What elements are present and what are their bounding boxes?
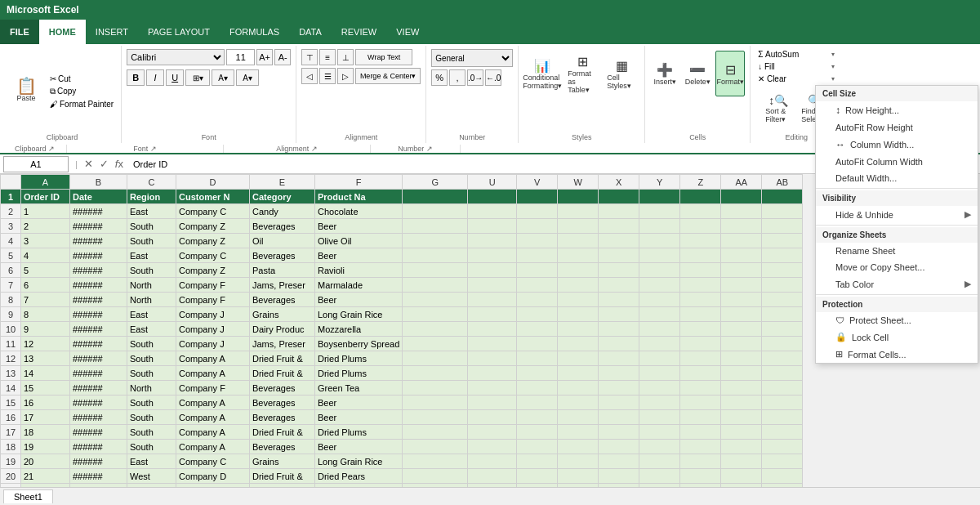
cell-A11[interactable]: 12	[21, 337, 70, 351]
cell-I4[interactable]	[517, 234, 558, 248]
cell-B15[interactable]: ######	[70, 396, 127, 410]
cell-K2[interactable]	[599, 204, 639, 219]
row-num-6[interactable]: 6	[1, 263, 21, 278]
cell-N5[interactable]	[721, 248, 762, 263]
cell-I2[interactable]	[517, 204, 558, 219]
italic-button[interactable]: I	[146, 69, 164, 86]
cell-C1[interactable]: Region	[127, 190, 176, 204]
cell-A16[interactable]: 17	[21, 410, 70, 425]
cell-E11[interactable]: Jams, Preser	[250, 337, 315, 351]
cell-I20[interactable]	[517, 469, 558, 484]
align-left-button[interactable]: ◁	[301, 68, 318, 84]
comma-button[interactable]: ,	[449, 69, 466, 86]
cell-F4[interactable]: Olive Oil	[315, 234, 403, 248]
cell-F2[interactable]: Chocolate	[315, 204, 403, 219]
cell-G14[interactable]	[403, 381, 468, 396]
protect-sheet-item[interactable]: 🛡 Protect Sheet...	[816, 312, 978, 328]
cell-D11[interactable]: Company J	[176, 337, 250, 351]
cell-O2[interactable]	[762, 204, 803, 219]
conditional-formatting-button[interactable]: 📊 Conditional Formatting▾	[523, 51, 561, 96]
align-top-button[interactable]: ⊤	[301, 49, 318, 65]
row-num[interactable]: 1	[1, 190, 21, 204]
increase-font-button[interactable]: A+	[256, 49, 273, 65]
cell-AB1[interactable]	[762, 190, 803, 204]
cell-U1[interactable]	[468, 190, 517, 204]
cell-C8[interactable]: North	[127, 293, 176, 307]
cell-F1[interactable]: Product Na	[315, 190, 403, 204]
align-middle-button[interactable]: ≡	[319, 49, 336, 65]
cell-E14[interactable]: Beverages	[250, 381, 315, 396]
cell-B3[interactable]: ######	[70, 219, 127, 234]
cell-G16[interactable]	[403, 410, 468, 425]
cell-E1[interactable]: Category	[250, 190, 315, 204]
cell-G8[interactable]	[403, 293, 468, 307]
row-num-20[interactable]: 20	[1, 469, 21, 484]
cell-G20[interactable]	[403, 469, 468, 484]
cell-A12[interactable]: 13	[21, 351, 70, 366]
cell-L4[interactable]	[639, 234, 680, 248]
clear-button[interactable]: ✕ Clear▾	[755, 74, 837, 84]
cell-M3[interactable]	[680, 219, 721, 234]
cell-J13[interactable]	[558, 366, 599, 381]
percent-button[interactable]: %	[431, 69, 448, 86]
cell-N19[interactable]	[721, 454, 762, 469]
row-num-17[interactable]: 17	[1, 425, 21, 440]
number-format-select[interactable]: General	[431, 49, 513, 67]
cell-H9[interactable]	[468, 307, 517, 322]
cell-L19[interactable]	[639, 454, 680, 469]
cell-G12[interactable]	[403, 351, 468, 366]
cell-J5[interactable]	[558, 248, 599, 263]
cell-K18[interactable]	[599, 440, 639, 454]
cell-B1[interactable]: Date	[70, 190, 127, 204]
cell-G1[interactable]	[403, 190, 468, 204]
cell-D16[interactable]: Company A	[176, 410, 250, 425]
row-num-18[interactable]: 18	[1, 440, 21, 454]
col-header-G[interactable]: G	[403, 175, 468, 190]
cell-N9[interactable]	[721, 307, 762, 322]
cell-B16[interactable]: ######	[70, 410, 127, 425]
cell-N8[interactable]	[721, 293, 762, 307]
cell-D20[interactable]: Company D	[176, 469, 250, 484]
tab-review[interactable]: REVIEW	[332, 20, 386, 44]
cell-D2[interactable]: Company C	[176, 204, 250, 219]
cell-E6[interactable]: Pasta	[250, 263, 315, 278]
cell-G17[interactable]	[403, 425, 468, 440]
tab-view[interactable]: VIEW	[386, 20, 429, 44]
autosum-button[interactable]: Σ AutoSum▾	[755, 49, 837, 60]
cell-C10[interactable]: East	[127, 322, 176, 337]
col-header-F[interactable]: F	[315, 175, 403, 190]
row-num-5[interactable]: 5	[1, 248, 21, 263]
cell-G9[interactable]	[403, 307, 468, 322]
cell-G3[interactable]	[403, 219, 468, 234]
cell-B6[interactable]: ######	[70, 263, 127, 278]
cell-E13[interactable]: Dried Fruit &	[250, 366, 315, 381]
default-width-item[interactable]: Default Width...	[816, 170, 978, 186]
cell-C13[interactable]: South	[127, 366, 176, 381]
cell-H12[interactable]	[468, 351, 517, 366]
cell-I18[interactable]	[517, 440, 558, 454]
cell-Z1[interactable]	[680, 190, 721, 204]
cell-C11[interactable]: South	[127, 337, 176, 351]
cell-I15[interactable]	[517, 396, 558, 410]
col-header-A[interactable]: A	[21, 175, 70, 190]
cell-A2[interactable]: 1	[21, 204, 70, 219]
cell-L3[interactable]	[639, 219, 680, 234]
cell-A19[interactable]: 20	[21, 454, 70, 469]
cell-M2[interactable]	[680, 204, 721, 219]
cell-F7[interactable]: Marmalade	[315, 278, 403, 293]
font-name-select[interactable]: Calibri	[127, 49, 225, 65]
autofit-row-height-item[interactable]: AutoFit Row Height	[816, 119, 978, 136]
cell-M16[interactable]	[680, 410, 721, 425]
cell-D6[interactable]: Company Z	[176, 263, 250, 278]
cell-A5[interactable]: 4	[21, 248, 70, 263]
col-header-W[interactable]: W	[558, 175, 599, 190]
cell-D8[interactable]: Company F	[176, 293, 250, 307]
cell-G6[interactable]	[403, 263, 468, 278]
cell-O10[interactable]	[762, 322, 803, 337]
cell-M7[interactable]	[680, 278, 721, 293]
cell-J7[interactable]	[558, 278, 599, 293]
cell-H4[interactable]	[468, 234, 517, 248]
cell-E15[interactable]: Beverages	[250, 396, 315, 410]
cell-J11[interactable]	[558, 337, 599, 351]
cell-E8[interactable]: Beverages	[250, 293, 315, 307]
